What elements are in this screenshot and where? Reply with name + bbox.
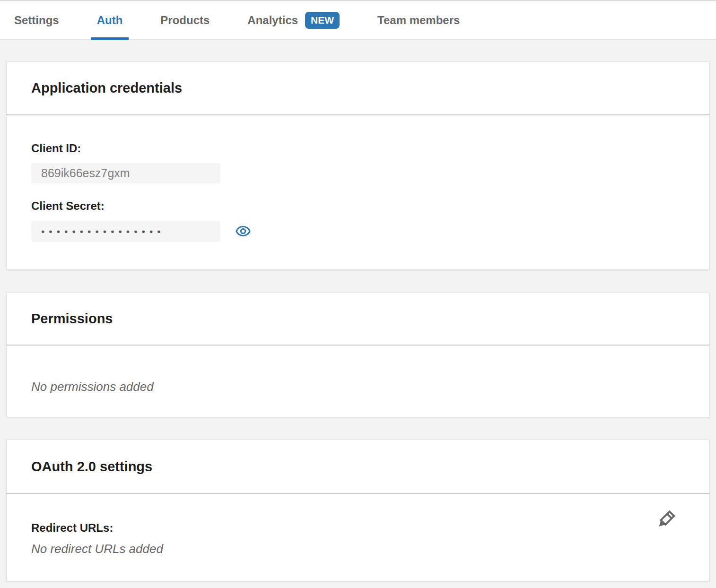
- permissions-card: Permissions No permissions added: [6, 293, 710, 417]
- client-secret-label: Client Secret:: [31, 199, 685, 213]
- permissions-title: Permissions: [31, 311, 113, 327]
- redirect-urls-label: Redirect URLs:: [31, 521, 685, 535]
- no-redirect-urls-text: No redirect URLs added: [31, 542, 685, 556]
- page-bottom-spacer: [0, 581, 716, 587]
- application-credentials-title: Application credentials: [31, 80, 182, 96]
- client-id-label: Client ID:: [31, 142, 685, 155]
- no-permissions-text: No permissions added: [31, 380, 685, 394]
- eye-icon: [235, 223, 251, 241]
- tab-analytics-label: Analytics: [247, 14, 298, 27]
- client-secret-masked-value: ••••••••••••••••: [31, 221, 220, 242]
- tab-settings-label: Settings: [14, 14, 59, 27]
- edit-redirect-urls-button[interactable]: [655, 509, 676, 531]
- application-credentials-card: Application credentials Client ID: 869ik…: [6, 61, 710, 270]
- tab-team-members-label: Team members: [377, 14, 460, 27]
- tab-auth-label: Auth: [97, 14, 123, 27]
- permissions-body: No permissions added: [7, 346, 709, 417]
- oauth-settings-body: Redirect URLs: No redirect URLs added: [7, 494, 709, 581]
- tab-team-members[interactable]: Team members: [371, 1, 466, 39]
- application-credentials-header: Application credentials: [7, 62, 709, 115]
- pencil-icon: [655, 509, 676, 532]
- tab-analytics[interactable]: Analytics NEW: [241, 1, 346, 39]
- oauth-settings-header: OAuth 2.0 settings: [7, 440, 709, 494]
- oauth-settings-title: OAuth 2.0 settings: [31, 459, 152, 475]
- client-secret-row: ••••••••••••••••: [31, 221, 685, 242]
- application-credentials-body: Client ID: 869ik66esz7gxm Client Secret:…: [7, 115, 709, 269]
- tab-settings[interactable]: Settings: [8, 1, 65, 39]
- tab-products-label: Products: [160, 14, 210, 27]
- tab-auth[interactable]: Auth: [91, 1, 129, 39]
- new-badge: NEW: [305, 12, 340, 29]
- reveal-secret-button[interactable]: [235, 224, 251, 240]
- permissions-header: Permissions: [7, 293, 709, 346]
- client-id-value: 869ik66esz7gxm: [31, 163, 220, 183]
- app-tab-bar: Settings Auth Products Analytics NEW Tea…: [0, 0, 716, 40]
- tab-products[interactable]: Products: [154, 1, 216, 39]
- oauth-settings-card: OAuth 2.0 settings Redirect URLs: No red…: [6, 440, 710, 581]
